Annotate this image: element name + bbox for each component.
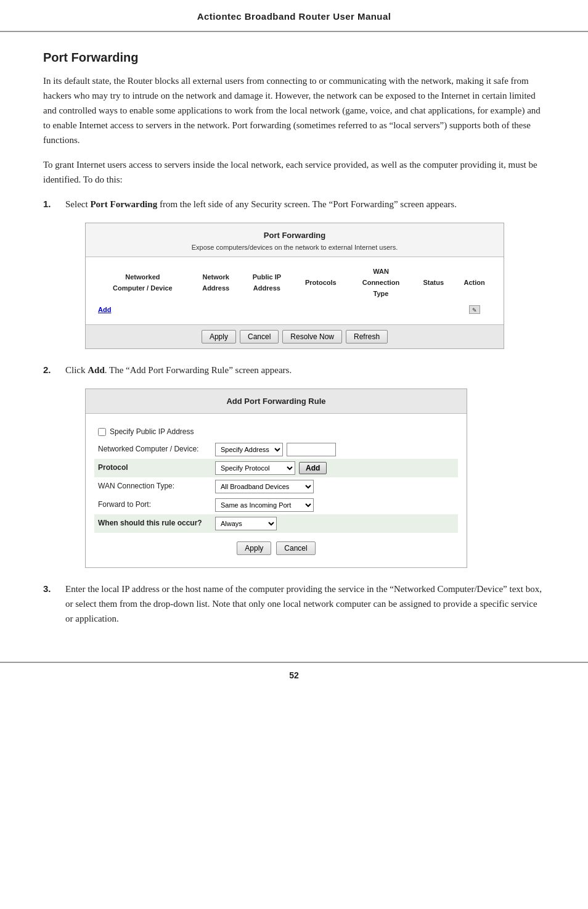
pf-col-protocols: Protocols	[293, 263, 349, 302]
pf-table-header-row: NetworkedComputer / Device NetworkAddres…	[94, 263, 495, 302]
step-2-text-after: . The “Add Port Forwarding Rule” screen …	[105, 365, 292, 375]
pf-refresh-button[interactable]: Refresh	[346, 330, 388, 343]
apf-row-device: Networked Computer / Device: Specify Add…	[98, 440, 454, 459]
step-2-num: 2.	[43, 363, 63, 377]
specify-ip-checkbox[interactable]	[98, 428, 106, 436]
apf-row-when: When should this rule occur? Always	[94, 514, 458, 533]
step-1-text-after: from the left side of any Security scree…	[157, 199, 457, 209]
pf-col-status: Status	[413, 263, 454, 302]
pf-ui-title: Port Forwarding	[92, 229, 497, 242]
apf-label-forward-port: Forward to Port:	[98, 499, 215, 511]
step-2-text-before: Click	[65, 365, 88, 375]
apf-control-wan: All Broadband Devices	[215, 480, 314, 493]
step-3: 3. Enter the local IP address or the hos…	[43, 582, 545, 626]
specify-ip-label: Specify Public IP Address	[110, 426, 194, 438]
apf-label-wan: WAN Connection Type:	[98, 480, 215, 492]
apf-label-device: Networked Computer / Device:	[98, 443, 215, 455]
apf-input-device[interactable]	[287, 443, 336, 456]
apf-header: Add Port Forwarding Rule	[86, 389, 467, 414]
apf-title: Add Port Forwarding Rule	[92, 395, 460, 408]
apf-control-when: Always	[215, 517, 277, 530]
step-2-content: Click Add. The “Add Port Forwarding Rule…	[65, 363, 545, 377]
step-3-num: 3.	[43, 582, 63, 596]
add-pf-rule-box: Add Port Forwarding Rule Specify Public …	[85, 389, 467, 568]
port-forwarding-ui-box: Port Forwarding Expose computers/devices…	[85, 223, 504, 349]
pf-resolve-now-button[interactable]: Resolve Now	[282, 330, 342, 343]
step-2-bold: Add	[88, 365, 105, 375]
pf-col-network-addr: NetworkAddress	[191, 263, 241, 302]
section-title: Port Forwarding	[43, 51, 545, 65]
pf-cancel-button[interactable]: Cancel	[240, 330, 279, 343]
pf-edit-icon-cell: ✎	[454, 302, 495, 318]
page-header: Actiontec Broadband Router User Manual	[0, 0, 588, 32]
paragraph-1: In its default state, the Router blocks …	[43, 73, 545, 147]
apf-btn-bar: Apply Cancel	[98, 533, 454, 561]
pf-ui-subtitle: Expose computers/devices on the network …	[92, 242, 497, 253]
pf-add-link[interactable]: Add	[94, 302, 191, 318]
pf-apply-button[interactable]: Apply	[202, 330, 236, 343]
header-title: Actiontec Broadband Router User Manual	[197, 11, 391, 22]
pf-ui-header: Port Forwarding Expose computers/devices…	[86, 223, 504, 257]
page-content: Port Forwarding In its default state, th…	[0, 32, 588, 662]
step-1-num: 1.	[43, 197, 63, 212]
pf-table: NetworkedComputer / Device NetworkAddres…	[94, 263, 495, 318]
pf-col-public-ip: Public IPAddress	[241, 263, 293, 302]
step-3-content: Enter the local IP address or the host n…	[65, 582, 545, 626]
add-pf-rule-ui-container: Add Port Forwarding Rule Specify Public …	[63, 389, 545, 568]
apf-select-device[interactable]: Specify Address	[215, 443, 283, 456]
step-1: 1. Select Port Forwarding from the left …	[43, 197, 545, 212]
apf-select-when[interactable]: Always	[215, 517, 277, 530]
pf-col-device: NetworkedComputer / Device	[94, 263, 191, 302]
port-forwarding-ui-container: Port Forwarding Expose computers/devices…	[63, 223, 545, 349]
pf-ui-body: NetworkedComputer / Device NetworkAddres…	[86, 257, 504, 324]
apf-control-protocol: Specify Protocol Add	[215, 461, 327, 475]
apf-specify-ip-row: Specify Public IP Address	[98, 422, 454, 440]
apf-control-forward-port: Same as Incoming Port	[215, 498, 314, 512]
pf-col-action: Action	[454, 263, 495, 302]
apf-control-device: Specify Address	[215, 443, 336, 456]
apf-row-protocol: Protocol Specify Protocol Add	[94, 459, 458, 477]
step-2: 2. Click Add. The “Add Port Forwarding R…	[43, 363, 545, 377]
apf-select-wan[interactable]: All Broadband Devices	[215, 480, 314, 493]
pf-col-wan: WANConnectionType	[349, 263, 414, 302]
apf-body: Specify Public IP Address Networked Comp…	[86, 414, 467, 567]
numbered-list: 1. Select Port Forwarding from the left …	[43, 197, 545, 626]
apf-select-forward-port[interactable]: Same as Incoming Port	[215, 498, 314, 512]
step-1-content: Select Port Forwarding from the left sid…	[65, 197, 545, 212]
paragraph-2: To grant Internet users access to server…	[43, 157, 545, 187]
pf-table-add-row: Add ✎	[94, 302, 495, 318]
apf-label-protocol: Protocol	[98, 462, 215, 474]
step-1-text-before: Select	[65, 199, 90, 209]
step-1-bold: Port Forwarding	[90, 199, 157, 209]
page-footer: 52	[0, 662, 588, 688]
apf-label-when: When should this rule occur?	[98, 517, 215, 529]
page-number: 52	[289, 670, 299, 680]
edit-icon[interactable]: ✎	[469, 305, 480, 314]
apf-add-protocol-button[interactable]: Add	[299, 462, 327, 474]
apf-apply-button[interactable]: Apply	[237, 541, 271, 555]
apf-row-forward-port: Forward to Port: Same as Incoming Port	[98, 496, 454, 514]
apf-cancel-button[interactable]: Cancel	[276, 541, 315, 555]
apf-row-wan: WAN Connection Type: All Broadband Devic…	[98, 477, 454, 496]
apf-select-protocol[interactable]: Specify Protocol	[215, 461, 295, 475]
pf-btn-bar: Apply Cancel Resolve Now Refresh	[86, 324, 504, 348]
